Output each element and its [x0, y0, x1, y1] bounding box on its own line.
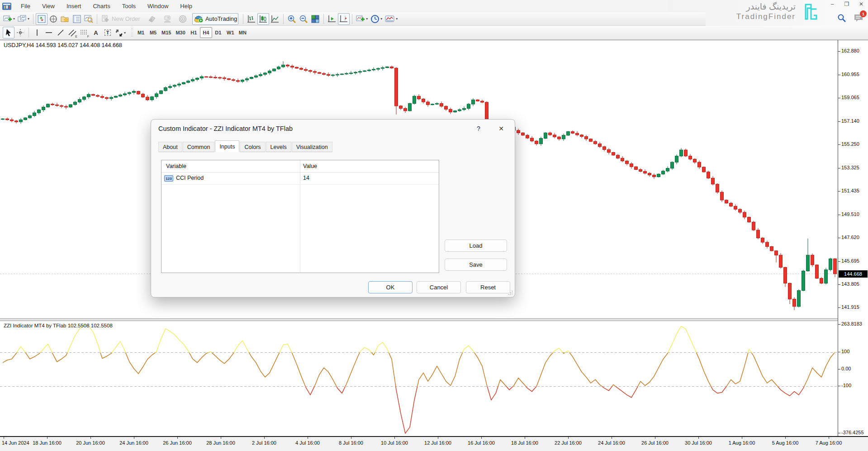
tab-common[interactable]: Common: [183, 142, 215, 152]
time-tick-mark: [612, 437, 612, 439]
text-label-button[interactable]: T: [102, 27, 114, 38]
tab-visualization[interactable]: Visualization: [292, 142, 332, 152]
indicators-button[interactable]: ▾: [355, 13, 369, 25]
terminal-button[interactable]: [71, 13, 83, 25]
chat-button[interactable]: 1: [854, 14, 863, 23]
close-icon[interactable]: ✕: [857, 1, 865, 7]
notification-badge: 1: [860, 10, 867, 17]
options-button[interactable]: [177, 13, 189, 25]
arrows-button[interactable]: ▾: [114, 27, 127, 38]
fibonacci-button[interactable]: F: [78, 27, 90, 38]
tab-inputs[interactable]: Inputs: [215, 140, 239, 152]
search-icon[interactable]: [837, 14, 846, 23]
periods-button[interactable]: ▾: [369, 13, 384, 25]
community-icon: [163, 15, 172, 23]
metaeditor-button[interactable]: [146, 13, 158, 25]
menu-window[interactable]: Window: [142, 1, 174, 11]
crosshair-icon: [16, 29, 24, 37]
column-header-value[interactable]: Value: [303, 160, 317, 172]
line-chart-button[interactable]: [269, 13, 281, 25]
menu-tools[interactable]: Tools: [117, 1, 141, 11]
chart-shift-button[interactable]: [338, 13, 350, 25]
column-header-variable[interactable]: Variable: [166, 160, 186, 172]
cancel-button[interactable]: Cancel: [417, 281, 461, 293]
bar-chart-button[interactable]: [246, 13, 257, 25]
menu-help[interactable]: Help: [175, 1, 198, 11]
time-tick-label: 26 Jul 16:00: [641, 440, 669, 446]
candle-down: [445, 106, 448, 109]
axis-tick-mark: [838, 324, 840, 325]
table-row[interactable]: 123 CCI Period 14: [161, 173, 439, 184]
tab-levels[interactable]: Levels: [266, 142, 291, 152]
tile-windows-button[interactable]: [309, 13, 321, 25]
menu-bar: File View Insert Charts Tools Window Hel…: [0, 0, 706, 12]
candle-down: [96, 96, 100, 96]
candle-down: [816, 265, 819, 278]
price-tick-label: 153.325: [841, 165, 859, 170]
candle-down: [526, 135, 529, 138]
indicator-pane[interactable]: ZZI Indicator MT4 by TFlab 102.5508 102.…: [0, 321, 838, 436]
menu-file[interactable]: File: [15, 1, 36, 11]
navigator-button[interactable]: [59, 13, 71, 25]
candle-up: [200, 77, 204, 78]
axis-tick-mark: [838, 369, 840, 369]
equidistant-channel-button[interactable]: E: [66, 27, 78, 38]
profiles-button[interactable]: ▾: [16, 13, 31, 25]
templates-button[interactable]: ▾: [384, 13, 399, 25]
menu-view[interactable]: View: [37, 1, 60, 11]
indicator-tick-label: 263.8183: [841, 321, 862, 326]
candle-up: [458, 110, 461, 111]
save-button[interactable]: Save: [445, 259, 507, 271]
menu-insert[interactable]: Insert: [61, 1, 87, 11]
time-tick-label: 8 Jul 16:00: [339, 440, 363, 446]
restore-icon[interactable]: ❐: [843, 1, 851, 7]
data-window-button[interactable]: [47, 13, 59, 25]
text-button[interactable]: A: [90, 27, 102, 38]
crosshair-button[interactable]: [14, 27, 26, 38]
tab-colors[interactable]: Colors: [240, 142, 265, 152]
trendline-button[interactable]: [55, 27, 66, 38]
timeframe-h1[interactable]: H1: [188, 27, 200, 38]
time-tick-label: 12 Jul 16:00: [424, 440, 451, 446]
candle-up: [413, 96, 416, 103]
indicator-chart[interactable]: [0, 321, 838, 436]
horizontal-line-button[interactable]: [43, 27, 55, 38]
candle-down: [395, 68, 398, 106]
vertical-line-button[interactable]: [31, 27, 43, 38]
candlestick-chart-button[interactable]: [257, 13, 269, 25]
autotrading-button[interactable]: AutoTrading: [192, 13, 238, 25]
timeframe-mn[interactable]: MN: [237, 27, 249, 38]
timeframe-d1[interactable]: D1: [212, 27, 224, 38]
candle-down: [630, 164, 633, 167]
zoom-in-button[interactable]: [286, 13, 298, 25]
timeframe-h4[interactable]: H4: [200, 27, 212, 38]
new-chart-button[interactable]: ▾: [2, 13, 16, 25]
strategy-tester-button[interactable]: [83, 13, 95, 25]
menu-charts[interactable]: Charts: [87, 1, 115, 11]
market-watch-button[interactable]: [36, 13, 47, 25]
indicator-label: ZZI Indicator MT4 by TFlab 102.5508 102.…: [4, 323, 113, 328]
axis-tick-mark: [838, 121, 840, 122]
timeframe-m30[interactable]: M30: [173, 27, 187, 38]
candle-up: [544, 133, 547, 138]
timeframe-m1[interactable]: M1: [135, 27, 147, 38]
minimize-icon[interactable]: –: [828, 1, 836, 7]
community-button[interactable]: [161, 13, 173, 25]
timeframe-w1[interactable]: W1: [224, 27, 237, 38]
value-cell[interactable]: 14: [303, 175, 309, 181]
ok-button[interactable]: OK: [368, 281, 413, 293]
tab-about[interactable]: About: [158, 142, 182, 152]
reset-button[interactable]: Reset: [466, 281, 510, 293]
cursor-button[interactable]: [3, 27, 14, 38]
timeframe-m15[interactable]: M15: [159, 27, 173, 38]
timeframe-m5[interactable]: M5: [147, 27, 159, 38]
auto-scroll-button[interactable]: [326, 13, 338, 25]
zoom-out-button[interactable]: [298, 13, 309, 25]
time-axis[interactable]: 14 Jun 202418 Jun 16:0020 Jun 16:0024 Ju…: [0, 436, 868, 451]
help-icon[interactable]: ?: [472, 123, 485, 134]
load-button[interactable]: Load: [445, 240, 507, 252]
toolbar-grip[interactable]: [131, 28, 133, 38]
dialog-close-icon[interactable]: ✕: [493, 123, 509, 134]
price-axis[interactable]: 144.668 162.880160.955159.065157.140155.…: [838, 40, 868, 436]
new-order-button[interactable]: New Order: [100, 13, 142, 25]
